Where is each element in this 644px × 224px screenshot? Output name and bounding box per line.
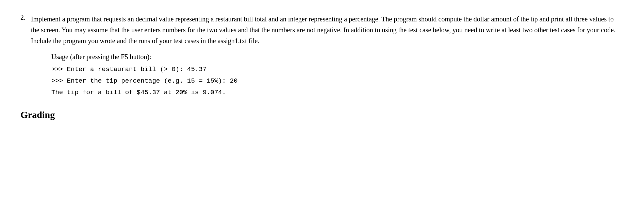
problem-text: Implement a program that requests an dec… xyxy=(31,14,624,46)
problem-body: Implement a program that requests an dec… xyxy=(31,14,624,99)
code-line-1: >>> Enter a restaurant bill (> 0): 45.37 xyxy=(51,66,207,73)
problem-2: 2. Implement a program that requests an … xyxy=(20,14,624,99)
grading-heading: Grading xyxy=(20,109,624,120)
code-line-3: The tip for a bill of $45.37 at 20% is 9… xyxy=(51,89,226,96)
usage-label: Usage (after pressing the F5 button): xyxy=(51,53,624,61)
problem-number: 2. xyxy=(20,14,26,99)
code-block: >>> Enter a restaurant bill (> 0): 45.37… xyxy=(51,64,624,99)
usage-section: Usage (after pressing the F5 button): >>… xyxy=(51,53,624,99)
code-line-2: >>> Enter the tip percentage (e.g. 15 = … xyxy=(51,77,237,85)
